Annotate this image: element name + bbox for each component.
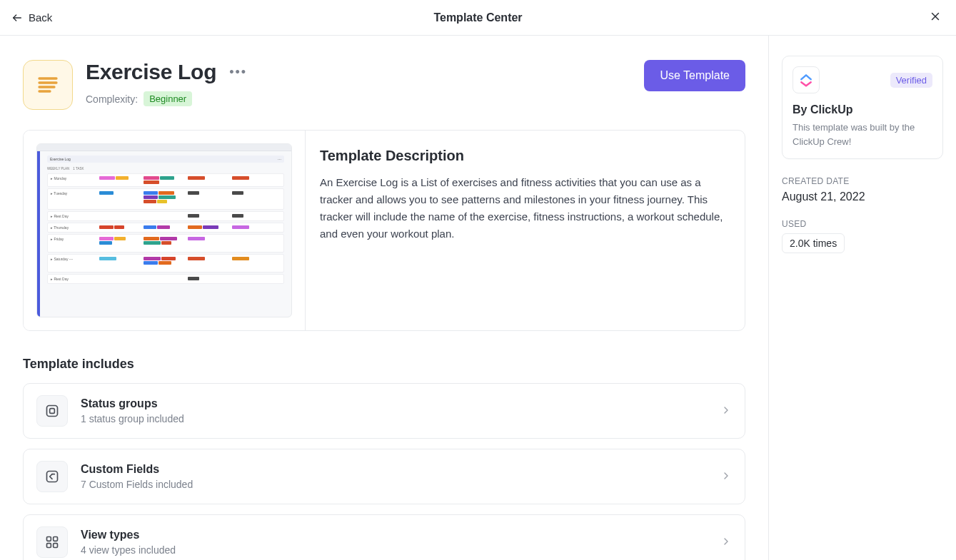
- chevron-right-icon: [720, 404, 732, 418]
- verified-card: Verified By ClickUp This template was bu…: [782, 56, 943, 159]
- include-view-types[interactable]: View types 4 view types included: [23, 514, 745, 560]
- author-description: This template was built by the ClickUp C…: [793, 121, 932, 148]
- close-button[interactable]: [926, 7, 945, 28]
- complexity-label: Complexity:: [86, 93, 138, 105]
- back-button[interactable]: Back: [11, 11, 52, 24]
- header-left: Exercise Log ••• Complexity: Beginner: [23, 60, 247, 110]
- include-title: Status groups: [81, 397, 708, 410]
- include-title: View types: [81, 529, 708, 541]
- chevron-right-icon: [720, 470, 732, 484]
- include-title: Custom Fields: [81, 463, 708, 476]
- include-subtitle: 4 view types included: [81, 544, 708, 556]
- description-card: Exercise Log ⋯ WEEKLY PLAN 1 TASK ▸ Mond…: [23, 130, 745, 331]
- complexity-badge: Beginner: [144, 91, 192, 106]
- layout: Exercise Log ••• Complexity: Beginner Us…: [0, 36, 956, 560]
- template-preview-image: Exercise Log ⋯ WEEKLY PLAN 1 TASK ▸ Mond…: [36, 143, 292, 317]
- page-title: Template Center: [433, 11, 522, 24]
- more-options-button[interactable]: •••: [229, 65, 247, 80]
- chevron-right-icon: [720, 536, 732, 549]
- title-row: Exercise Log •••: [86, 60, 247, 84]
- arrow-left-icon: [11, 12, 23, 24]
- verified-badge: Verified: [890, 73, 932, 88]
- back-label: Back: [29, 11, 52, 24]
- svg-rect-9: [47, 472, 58, 482]
- use-template-button[interactable]: Use Template: [644, 60, 745, 91]
- include-body: View types 4 view types included: [81, 529, 708, 556]
- template-header: Exercise Log ••• Complexity: Beginner Us…: [23, 60, 745, 110]
- created-date-value: August 21, 2022: [782, 190, 943, 203]
- svg-rect-7: [47, 406, 58, 417]
- description-heading: Template Description: [320, 148, 730, 164]
- preview-pane: Exercise Log ⋯ WEEKLY PLAN 1 TASK ▸ Mond…: [24, 131, 306, 330]
- include-subtitle: 7 Custom Fields included: [81, 479, 708, 490]
- svg-rect-13: [54, 544, 58, 548]
- clickup-logo-icon: [793, 66, 820, 93]
- include-subtitle: 1 status group included: [81, 413, 708, 424]
- title-block: Exercise Log ••• Complexity: Beginner: [86, 60, 247, 106]
- main-content: Exercise Log ••• Complexity: Beginner Us…: [0, 36, 769, 560]
- used-count-badge: 2.0K times: [782, 233, 845, 253]
- include-body: Custom Fields 7 Custom Fields included: [81, 463, 708, 490]
- custom-fields-icon: [36, 461, 68, 492]
- description-text: An Exercise Log is a List of exercises a…: [320, 174, 730, 243]
- include-custom-fields[interactable]: Custom Fields 7 Custom Fields included: [23, 449, 745, 504]
- close-icon: [929, 10, 942, 23]
- sidebar: Verified By ClickUp This template was bu…: [769, 36, 956, 560]
- svg-rect-10: [47, 537, 51, 541]
- include-status-groups[interactable]: Status groups 1 status group included: [23, 383, 745, 439]
- template-list-icon: [23, 60, 73, 110]
- complexity-row: Complexity: Beginner: [86, 91, 247, 106]
- template-title: Exercise Log: [86, 60, 216, 84]
- topbar: Back Template Center: [0, 0, 956, 36]
- status-groups-icon: [36, 395, 68, 427]
- svg-rect-11: [54, 537, 58, 541]
- used-label: USED: [782, 219, 943, 229]
- verified-top-row: Verified: [793, 66, 932, 93]
- author-title: By ClickUp: [793, 103, 932, 116]
- view-types-icon: [36, 526, 68, 558]
- created-date-label: CREATED DATE: [782, 176, 943, 186]
- include-body: Status groups 1 status group included: [81, 397, 708, 424]
- svg-rect-8: [50, 409, 55, 414]
- description-pane: Template Description An Exercise Log is …: [306, 131, 745, 330]
- svg-rect-12: [47, 544, 51, 548]
- includes-heading: Template includes: [23, 357, 745, 372]
